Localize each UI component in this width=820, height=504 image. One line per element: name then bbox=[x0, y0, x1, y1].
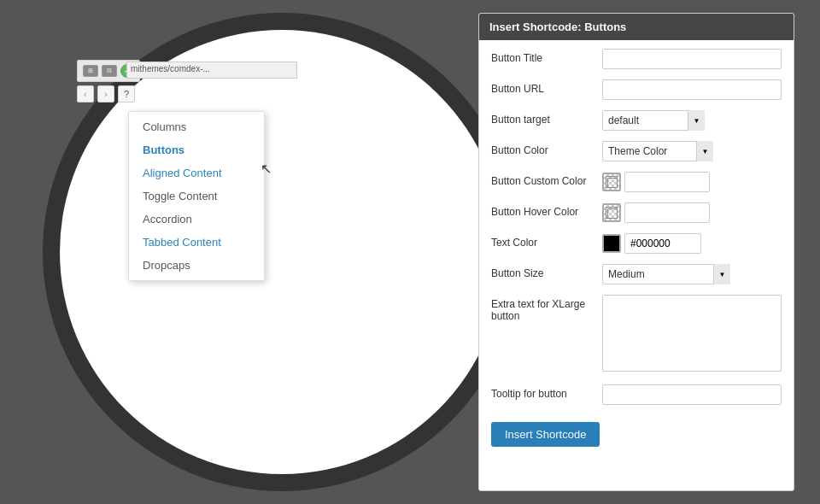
text-color-picker bbox=[602, 233, 782, 254]
table-icon[interactable]: ⊟ bbox=[102, 65, 117, 77]
button-color-label: Button Color bbox=[491, 141, 602, 156]
button-url-input[interactable] bbox=[602, 79, 782, 100]
button-hover-color-control bbox=[602, 202, 782, 223]
nav-arrows: ‹ › ? bbox=[77, 85, 135, 103]
button-color-control: Theme Color Custom ▼ bbox=[602, 141, 782, 161]
button-custom-color-picker bbox=[602, 172, 782, 192]
help-button[interactable]: ? bbox=[118, 85, 135, 103]
shortcode-dropdown-menu: Columns Buttons Aligned Content Toggle C… bbox=[128, 111, 265, 281]
button-target-control: default _blank _self ▼ bbox=[602, 110, 782, 131]
url-bar: mithemes/comdex-... bbox=[126, 62, 297, 79]
tooltip-label: Tooltip for button bbox=[491, 384, 602, 400]
dropdown-item-aligned-content[interactable]: Aligned Content bbox=[129, 161, 264, 185]
button-target-label: Button target bbox=[491, 110, 602, 126]
button-target-select[interactable]: default _blank _self bbox=[602, 110, 705, 131]
button-target-select-wrapper: default _blank _self ▼ bbox=[602, 110, 705, 131]
dropdown-item-buttons[interactable]: Buttons bbox=[129, 138, 264, 161]
extra-text-label: Extra text for XLarge button bbox=[491, 295, 602, 322]
dropdown-item-tabbed-content[interactable]: Tabbed Content bbox=[129, 231, 264, 254]
dropdown-item-accordion[interactable]: Accordion bbox=[129, 208, 264, 231]
panel-body[interactable]: Button Title Button URL Button target de… bbox=[479, 40, 794, 486]
button-custom-color-swatch[interactable] bbox=[602, 173, 621, 191]
text-color-swatch[interactable] bbox=[602, 234, 621, 253]
button-custom-color-label: Button Custom Color bbox=[491, 172, 602, 187]
extra-text-textarea[interactable] bbox=[602, 295, 782, 372]
dropdown-item-columns[interactable]: Columns bbox=[129, 115, 264, 138]
text-color-row: Text Color bbox=[491, 233, 782, 254]
back-button[interactable]: ‹ bbox=[77, 85, 94, 103]
text-color-control bbox=[602, 233, 782, 254]
button-hover-color-row: Button Hover Color bbox=[491, 202, 782, 223]
tooltip-row: Tooltip for button bbox=[491, 384, 782, 405]
extra-text-control bbox=[602, 295, 782, 374]
button-color-row: Button Color Theme Color Custom ▼ bbox=[491, 141, 782, 161]
button-size-control: Small Medium Large XLarge ▼ bbox=[602, 264, 782, 284]
extra-text-row: Extra text for XLarge button bbox=[491, 295, 782, 374]
expand-icon[interactable]: ⊞ bbox=[83, 65, 98, 77]
insert-shortcode-panel: Insert Shortcode: Buttons Button Title B… bbox=[478, 13, 794, 491]
button-size-label: Button Size bbox=[491, 264, 602, 279]
button-title-control bbox=[602, 49, 782, 69]
button-custom-color-row: Button Custom Color bbox=[491, 172, 782, 192]
panel-header: Insert Shortcode: Buttons bbox=[479, 14, 794, 40]
button-color-select-wrapper: Theme Color Custom ▼ bbox=[602, 141, 713, 161]
button-hover-color-input[interactable] bbox=[624, 202, 710, 223]
insert-shortcode-button[interactable]: Insert Shortcode bbox=[491, 422, 600, 447]
button-url-control bbox=[602, 79, 782, 100]
button-target-row: Button target default _blank _self ▼ bbox=[491, 110, 782, 131]
button-size-row: Button Size Small Medium Large XLarge ▼ bbox=[491, 264, 782, 284]
button-title-input[interactable] bbox=[602, 49, 782, 69]
button-custom-color-input[interactable] bbox=[624, 172, 710, 192]
forward-button[interactable]: › bbox=[97, 85, 114, 103]
text-color-input[interactable] bbox=[624, 233, 701, 254]
button-custom-color-control bbox=[602, 172, 782, 192]
dropdown-item-dropcaps[interactable]: Dropcaps bbox=[129, 254, 264, 277]
button-title-row: Button Title bbox=[491, 49, 782, 69]
button-hover-color-picker bbox=[602, 202, 782, 223]
button-hover-color-swatch-inner bbox=[606, 207, 618, 219]
button-custom-color-swatch-inner bbox=[606, 176, 618, 188]
text-color-label: Text Color bbox=[491, 233, 602, 249]
button-size-select-wrapper: Small Medium Large XLarge ▼ bbox=[602, 264, 730, 284]
button-title-label: Button Title bbox=[491, 49, 602, 64]
mouse-cursor: ↖ bbox=[261, 161, 272, 177]
button-hover-color-swatch[interactable] bbox=[602, 203, 621, 222]
tooltip-input[interactable] bbox=[602, 384, 782, 405]
tooltip-control bbox=[602, 384, 782, 405]
dropdown-item-toggle-content[interactable]: Toggle Content bbox=[129, 185, 264, 208]
button-url-label: Button URL bbox=[491, 79, 602, 95]
button-hover-color-label: Button Hover Color bbox=[491, 202, 602, 218]
button-size-select[interactable]: Small Medium Large XLarge bbox=[602, 264, 730, 284]
button-url-row: Button URL bbox=[491, 79, 782, 100]
button-color-select[interactable]: Theme Color Custom bbox=[602, 141, 713, 161]
